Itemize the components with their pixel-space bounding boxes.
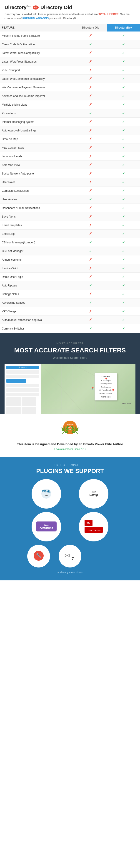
check-icon: ✓: [122, 249, 125, 253]
map-filter-5: [6, 388, 39, 392]
map-listing-cards: [6, 397, 39, 406]
check-icon: ✓: [89, 327, 92, 331]
feature-cell: Email Templates: [0, 221, 74, 229]
cross-icon: ✗: [89, 34, 92, 38]
premium-addons-highlight: PREMIUM ADD-ONS: [23, 17, 49, 20]
table-row: User Avatars✓✓: [0, 195, 140, 204]
wpml-logo: WPML .org: [37, 488, 55, 500]
check-icon: ✓: [122, 137, 125, 141]
feature-cell: Multiple pricing plans: [0, 100, 74, 109]
plugin-revslider: 🔧: [27, 545, 50, 567]
old-value-cell: ✗: [74, 126, 107, 135]
table-row: Email Logs✗✓: [0, 229, 140, 238]
map-city-label: New York: [122, 403, 131, 405]
feature-cell: Latest WooCommerce compatibility: [0, 74, 74, 83]
map-pin-1: 📍: [104, 378, 108, 381]
feature-cell: Modern Theme frame Structure: [0, 31, 74, 40]
check-icon: ✓: [122, 197, 125, 201]
new-value-cell: ✓: [107, 152, 140, 161]
map-filter-1: [6, 370, 39, 374]
envato-title: This item is Designed and Developed by a…: [4, 442, 136, 447]
check-icon: ✓: [122, 215, 125, 218]
feature-cell: Currency Switcher: [0, 324, 74, 333]
old-value-cell: ✗: [74, 307, 107, 316]
revslider-logo: 🔧: [32, 549, 45, 563]
check-icon: ✓: [122, 146, 125, 150]
old-value-cell: ✗: [74, 152, 107, 161]
table-row: Locations Levels✗✓: [0, 152, 140, 161]
map-pin-2: 📍: [91, 386, 95, 390]
table-row: Latest WordPress Compatibility✗✓: [0, 49, 140, 57]
col-feature-header: FEATURE: [0, 24, 74, 31]
map-card-4: [22, 407, 36, 414]
search-section-title: MOST ACCURATE SEARCH FILTERS: [4, 346, 136, 354]
svg-text:COMMERCE: COMMERCE: [40, 527, 53, 530]
plugins-bottom-row: 🔧 ✉ 7: [25, 545, 115, 567]
check-icon: ✓: [89, 111, 92, 115]
map-inner: 🔍 Search Free Wifi Concierge: [4, 364, 136, 414]
w3cache-logo: W3 TOTAL CACHE: [84, 519, 104, 535]
cf7-logo: ✉ 7: [62, 549, 78, 563]
old-value-cell: ✗: [74, 144, 107, 152]
table-row: PHP 7 Support✗✓: [0, 66, 140, 74]
old-value-cell: ✗: [74, 92, 107, 100]
map-sidebar: 🔍 Search: [4, 364, 41, 414]
feature-cell: Locations Levels: [0, 152, 74, 161]
cross-icon: ✗: [89, 223, 92, 227]
plugins-label: FREE & COMPATIBLE: [4, 464, 136, 466]
cross-icon: ✗: [89, 94, 92, 98]
old-value-cell: ✓: [74, 40, 107, 49]
check-icon: ✓: [122, 292, 125, 296]
new-value-cell: ✓: [107, 126, 140, 135]
old-value-cell: ✗: [74, 161, 107, 169]
svg-text:WPML: WPML: [42, 490, 51, 493]
feature-cell: Complete Localization: [0, 187, 74, 195]
popup-item-3: Bar/Lounge: [97, 385, 114, 389]
envato-section: 🌿 POWERELITEAUTHOR 🌿 This item is Design…: [0, 414, 140, 457]
cross-icon: ✗: [89, 51, 92, 55]
table-row: Advance and secure demo importer✗✓: [0, 92, 140, 100]
cross-icon: ✗: [89, 189, 92, 193]
feature-cell: Announcements: [0, 255, 74, 264]
feature-cell: Email Logs: [0, 229, 74, 238]
cross-icon: ✗: [89, 163, 92, 167]
old-value-cell: ✗: [74, 57, 107, 66]
feature-cell: Auto Approval- User/Listings: [0, 126, 74, 135]
plugins-section: FREE & COMPATIBLE PLUGINS WE SUPPORT WPM…: [0, 457, 140, 580]
header-title: DirectoryBox vs Directory Old: [4, 4, 136, 10]
feature-cell: CS Icon Manager(icomoon): [0, 238, 74, 247]
new-value-cell: ✓: [107, 316, 140, 324]
check-icon: ✓: [122, 301, 125, 305]
svg-text:.org: .org: [45, 494, 48, 496]
plugins-top-grid: WPML .org Mail Chimp Woo COMMERCE: [25, 479, 115, 541]
new-value-cell: ✓: [107, 161, 140, 169]
check-icon: ✓: [122, 189, 125, 193]
cross-icon: ✗: [89, 137, 92, 141]
woo-svg: Woo COMMERCE: [35, 520, 58, 533]
table-row: Promotions✓✓: [0, 109, 140, 118]
check-icon: ✓: [122, 68, 125, 72]
wpml-svg: WPML .org: [37, 488, 55, 499]
old-value-cell: ✗: [74, 229, 107, 238]
new-value-cell: ✓: [107, 238, 140, 247]
feature-cell: CS Font Manager: [0, 247, 74, 255]
new-value-cell: ✓: [107, 273, 140, 281]
plugin-woocommerce: Woo COMMERCE: [31, 512, 61, 541]
revslider-svg: 🔧: [32, 549, 45, 562]
old-value-cell: ✓: [74, 247, 107, 255]
old-value-cell: ✗: [74, 316, 107, 324]
new-value-cell: ✓: [107, 307, 140, 316]
cross-icon: ✗: [89, 146, 92, 150]
old-value-cell: ✓: [74, 299, 107, 307]
popup-item-6: Concierge: [97, 395, 114, 398]
plugin-cf7: ✉ 7: [59, 545, 81, 567]
map-search-header: 🔍 Search: [6, 366, 39, 369]
table-row: Map Custom Style✗✓: [0, 144, 140, 152]
woocommerce-logo: Woo COMMERCE: [35, 520, 58, 534]
new-value-cell: ✓: [107, 195, 140, 204]
check-icon: ✓: [122, 60, 125, 63]
header-description: DirectoryBox is loaded with tons of prem…: [4, 12, 136, 21]
new-value-cell: ✓: [107, 135, 140, 144]
table-row: CS Icon Manager(icomoon)✓✓: [0, 238, 140, 247]
svg-rect-20: [36, 522, 56, 531]
